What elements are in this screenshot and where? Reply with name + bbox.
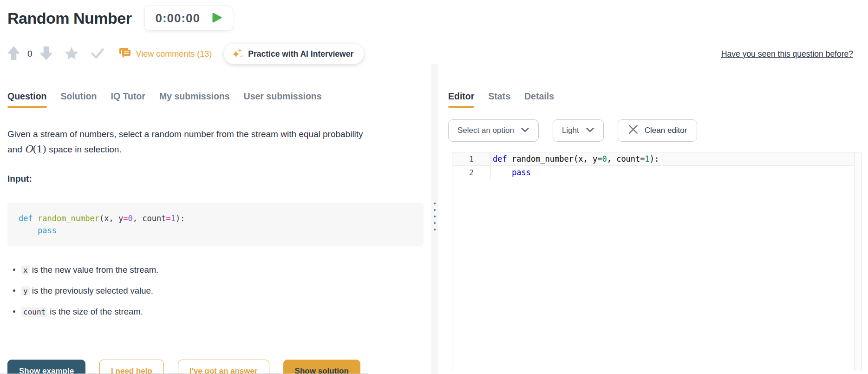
panel-resize-handle[interactable] [431, 64, 438, 374]
bullet-text: is the size of the stream. [47, 307, 143, 316]
tab-stats[interactable]: Stats [488, 91, 510, 108]
tab-my-submissions[interactable]: My submissions [159, 91, 230, 108]
code-token: = [123, 214, 128, 223]
comments-icon [118, 47, 131, 61]
code-token: (x, y [99, 214, 123, 223]
line-number: 1 [452, 152, 480, 165]
editor-code-text: def random_number(x, y=0, count=1): [480, 152, 659, 165]
inline-code: y [21, 286, 30, 296]
arrow-up-icon [7, 46, 20, 62]
argument-bullet: x is the new value from the stream. [7, 265, 424, 275]
i-ve-got-an-answer-button[interactable]: I've got an answer [178, 360, 269, 374]
code-token: , count [133, 214, 166, 223]
tab-active-underline [524, 106, 554, 108]
tab-active-underline [488, 106, 510, 108]
editor-scrollbar[interactable] [854, 152, 861, 371]
practice-ai-interviewer-button[interactable]: Practice with AI Interviewer [224, 44, 364, 64]
tab-label: Stats [488, 91, 510, 101]
language-select[interactable]: Select an option [448, 119, 539, 142]
bullet-dot [13, 310, 15, 313]
code-token [33, 214, 38, 223]
bullet-text: is the new value from the stream. [30, 265, 159, 275]
chevron-down-icon [521, 126, 529, 135]
tab-label: User submissions [244, 91, 322, 101]
drag-dots-icon [434, 203, 436, 230]
interview-question-page: Random Number 0:00:00 0 [0, 0, 868, 374]
mark-done-button[interactable] [91, 47, 104, 61]
tab-active-underline [448, 106, 474, 108]
theme-select[interactable]: Light [553, 119, 604, 142]
tab-user-submissions[interactable]: User submissions [244, 91, 322, 108]
code-token: 1 [171, 214, 176, 223]
tab-details[interactable]: Details [524, 91, 554, 108]
code-token: def [19, 214, 33, 223]
tab-label: Question [7, 91, 47, 101]
meta-row: 0 [0, 44, 868, 64]
editor-code-text: pass [480, 166, 531, 179]
question-actions-row: Show exampleI need helpI've got an answe… [7, 360, 360, 374]
tab-iq-tutor[interactable]: IQ Tutor [111, 91, 145, 108]
code-token: pass [512, 168, 531, 177]
line-number: 2 [452, 166, 480, 179]
code-token: def [493, 154, 507, 164]
view-comments-link[interactable]: View comments (13) [118, 47, 212, 61]
tab-active-underline [61, 106, 97, 108]
editor-line[interactable]: 2 pass [452, 166, 861, 179]
bookmark-button[interactable] [65, 46, 78, 62]
question-panel: QuestionSolutionIQ TutorMy submissionsUs… [0, 64, 431, 374]
view-comments-label: View comments (13) [136, 49, 212, 59]
code-token: 0 [602, 154, 607, 164]
tab-question[interactable]: Question [7, 91, 47, 108]
upvote-button[interactable] [7, 46, 20, 62]
code-token: 0 [128, 214, 132, 223]
tab-label: My submissions [159, 91, 230, 101]
bullet-text: is the previously selected value. [30, 286, 153, 295]
code-token: , count= [607, 154, 645, 164]
inline-code: x [21, 265, 30, 275]
code-token: pass [38, 226, 57, 235]
bullet-dot [13, 269, 15, 271]
code-token [493, 168, 512, 177]
editor-tabbar: EditorStatsDetails [438, 64, 868, 108]
code-token: random_number [38, 214, 99, 223]
argument-bullet-list: x is the new value from the stream.y is … [7, 265, 424, 317]
show-solution-button[interactable]: Show solution [283, 360, 360, 374]
tab-active-underline [7, 106, 47, 108]
clean-editor-button[interactable]: Clean editor [618, 119, 698, 142]
math-big-o: O [25, 144, 33, 155]
theme-select-value: Light [562, 126, 579, 135]
question-paragraph-line1: Given a stream of numbers, select a rand… [7, 127, 424, 142]
tab-label: Details [524, 91, 554, 101]
bullet-dot [13, 289, 15, 292]
downvote-button[interactable] [40, 46, 52, 62]
code-token: ): [176, 214, 185, 223]
question-text: and [7, 144, 25, 154]
tab-editor[interactable]: Editor [448, 91, 474, 108]
timer-play-button[interactable] [211, 12, 222, 25]
tab-active-underline [159, 106, 230, 108]
tab-solution[interactable]: Solution [61, 91, 97, 108]
check-icon [91, 47, 104, 61]
close-icon [628, 124, 639, 137]
star-icon [65, 46, 78, 62]
editor-indent-guide [490, 152, 490, 179]
math-paren: (1) [33, 144, 46, 155]
argument-bullet: y is the previously selected value. [7, 286, 424, 296]
clean-editor-label: Clean editor [645, 126, 687, 135]
arrow-down-icon [40, 46, 52, 62]
question-tabbar: QuestionSolutionIQ TutorMy submissionsUs… [0, 64, 431, 108]
seen-before-link[interactable]: Have you seen this question before? [721, 49, 853, 59]
tab-label: IQ Tutor [111, 91, 145, 101]
i-need-help-button[interactable]: I need help [99, 360, 164, 374]
code-editor[interactable]: 1def random_number(x, y=0, count=1):2 pa… [452, 152, 861, 371]
timer-value: 0:00:00 [155, 11, 200, 26]
language-select-value: Select an option [457, 126, 514, 135]
code-line: pass [19, 224, 412, 236]
tab-label: Editor [448, 91, 474, 101]
editor-line[interactable]: 1def random_number(x, y=0, count=1): [452, 152, 861, 166]
show-example-button[interactable]: Show example [7, 360, 85, 374]
code-line: def random_number(x, y=0, count=1): [19, 212, 412, 224]
practice-ai-label: Practice with AI Interviewer [248, 49, 353, 59]
question-text: space in selection. [46, 144, 122, 154]
input-label: Input: [7, 174, 424, 184]
